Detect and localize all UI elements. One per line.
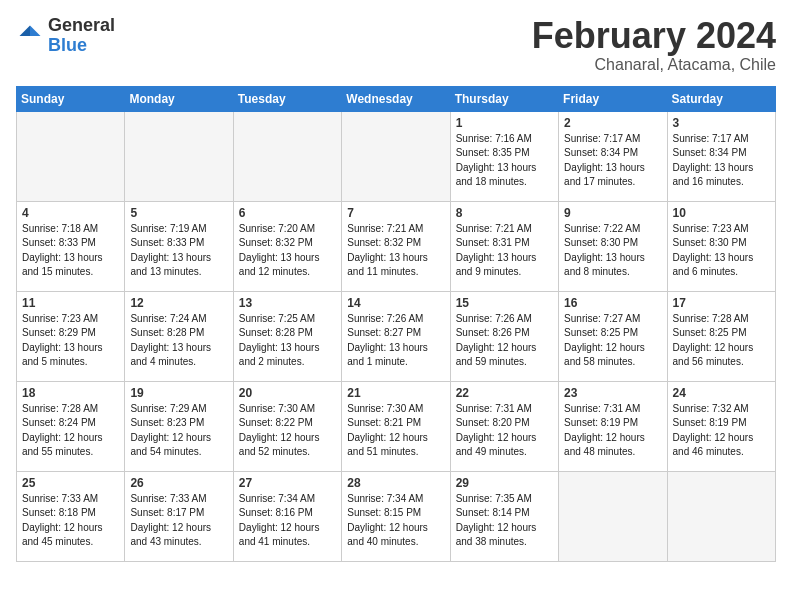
day-number: 12 <box>130 296 227 310</box>
header-wednesday: Wednesday <box>342 86 450 111</box>
day-number: 10 <box>673 206 770 220</box>
day-info: Sunrise: 7:28 AMSunset: 8:24 PMDaylight:… <box>22 402 119 460</box>
day-number: 24 <box>673 386 770 400</box>
calendar-cell: 23Sunrise: 7:31 AMSunset: 8:19 PMDayligh… <box>559 381 667 471</box>
calendar-week-row: 4Sunrise: 7:18 AMSunset: 8:33 PMDaylight… <box>17 201 776 291</box>
day-number: 2 <box>564 116 661 130</box>
calendar-cell <box>342 111 450 201</box>
calendar-cell <box>667 471 775 561</box>
day-info: Sunrise: 7:29 AMSunset: 8:23 PMDaylight:… <box>130 402 227 460</box>
day-number: 17 <box>673 296 770 310</box>
day-number: 22 <box>456 386 553 400</box>
svg-marker-0 <box>30 25 41 36</box>
day-info: Sunrise: 7:19 AMSunset: 8:33 PMDaylight:… <box>130 222 227 280</box>
calendar-cell <box>17 111 125 201</box>
header-saturday: Saturday <box>667 86 775 111</box>
calendar-cell: 1Sunrise: 7:16 AMSunset: 8:35 PMDaylight… <box>450 111 558 201</box>
calendar-header-row: SundayMondayTuesdayWednesdayThursdayFrid… <box>17 86 776 111</box>
calendar-cell: 12Sunrise: 7:24 AMSunset: 8:28 PMDayligh… <box>125 291 233 381</box>
header-monday: Monday <box>125 86 233 111</box>
calendar-cell: 3Sunrise: 7:17 AMSunset: 8:34 PMDaylight… <box>667 111 775 201</box>
calendar-cell: 25Sunrise: 7:33 AMSunset: 8:18 PMDayligh… <box>17 471 125 561</box>
day-info: Sunrise: 7:23 AMSunset: 8:29 PMDaylight:… <box>22 312 119 370</box>
calendar-cell: 4Sunrise: 7:18 AMSunset: 8:33 PMDaylight… <box>17 201 125 291</box>
day-info: Sunrise: 7:30 AMSunset: 8:22 PMDaylight:… <box>239 402 336 460</box>
calendar-cell: 17Sunrise: 7:28 AMSunset: 8:25 PMDayligh… <box>667 291 775 381</box>
day-info: Sunrise: 7:22 AMSunset: 8:30 PMDaylight:… <box>564 222 661 280</box>
day-info: Sunrise: 7:18 AMSunset: 8:33 PMDaylight:… <box>22 222 119 280</box>
calendar-cell: 26Sunrise: 7:33 AMSunset: 8:17 PMDayligh… <box>125 471 233 561</box>
calendar-cell: 15Sunrise: 7:26 AMSunset: 8:26 PMDayligh… <box>450 291 558 381</box>
calendar-cell: 28Sunrise: 7:34 AMSunset: 8:15 PMDayligh… <box>342 471 450 561</box>
day-number: 19 <box>130 386 227 400</box>
day-info: Sunrise: 7:21 AMSunset: 8:32 PMDaylight:… <box>347 222 444 280</box>
calendar-cell: 24Sunrise: 7:32 AMSunset: 8:19 PMDayligh… <box>667 381 775 471</box>
location-title: Chanaral, Atacama, Chile <box>532 56 776 74</box>
calendar-cell <box>559 471 667 561</box>
day-info: Sunrise: 7:30 AMSunset: 8:21 PMDaylight:… <box>347 402 444 460</box>
day-info: Sunrise: 7:17 AMSunset: 8:34 PMDaylight:… <box>673 132 770 190</box>
day-info: Sunrise: 7:33 AMSunset: 8:17 PMDaylight:… <box>130 492 227 550</box>
month-title: February 2024 <box>532 16 776 56</box>
day-number: 8 <box>456 206 553 220</box>
calendar-cell: 8Sunrise: 7:21 AMSunset: 8:31 PMDaylight… <box>450 201 558 291</box>
calendar-cell: 11Sunrise: 7:23 AMSunset: 8:29 PMDayligh… <box>17 291 125 381</box>
header-tuesday: Tuesday <box>233 86 341 111</box>
title-block: February 2024 Chanaral, Atacama, Chile <box>532 16 776 74</box>
day-info: Sunrise: 7:35 AMSunset: 8:14 PMDaylight:… <box>456 492 553 550</box>
calendar-cell <box>233 111 341 201</box>
header-thursday: Thursday <box>450 86 558 111</box>
day-info: Sunrise: 7:25 AMSunset: 8:28 PMDaylight:… <box>239 312 336 370</box>
day-number: 28 <box>347 476 444 490</box>
day-number: 26 <box>130 476 227 490</box>
day-info: Sunrise: 7:24 AMSunset: 8:28 PMDaylight:… <box>130 312 227 370</box>
calendar-cell: 13Sunrise: 7:25 AMSunset: 8:28 PMDayligh… <box>233 291 341 381</box>
day-number: 21 <box>347 386 444 400</box>
day-info: Sunrise: 7:20 AMSunset: 8:32 PMDaylight:… <box>239 222 336 280</box>
day-info: Sunrise: 7:21 AMSunset: 8:31 PMDaylight:… <box>456 222 553 280</box>
calendar-cell: 5Sunrise: 7:19 AMSunset: 8:33 PMDaylight… <box>125 201 233 291</box>
calendar-week-row: 11Sunrise: 7:23 AMSunset: 8:29 PMDayligh… <box>17 291 776 381</box>
day-number: 20 <box>239 386 336 400</box>
calendar-cell: 7Sunrise: 7:21 AMSunset: 8:32 PMDaylight… <box>342 201 450 291</box>
calendar-cell: 16Sunrise: 7:27 AMSunset: 8:25 PMDayligh… <box>559 291 667 381</box>
day-number: 16 <box>564 296 661 310</box>
day-number: 9 <box>564 206 661 220</box>
day-number: 7 <box>347 206 444 220</box>
day-number: 18 <box>22 386 119 400</box>
day-info: Sunrise: 7:34 AMSunset: 8:16 PMDaylight:… <box>239 492 336 550</box>
calendar-week-row: 18Sunrise: 7:28 AMSunset: 8:24 PMDayligh… <box>17 381 776 471</box>
calendar-cell: 29Sunrise: 7:35 AMSunset: 8:14 PMDayligh… <box>450 471 558 561</box>
calendar-cell: 21Sunrise: 7:30 AMSunset: 8:21 PMDayligh… <box>342 381 450 471</box>
calendar-cell: 10Sunrise: 7:23 AMSunset: 8:30 PMDayligh… <box>667 201 775 291</box>
calendar-cell <box>125 111 233 201</box>
day-info: Sunrise: 7:34 AMSunset: 8:15 PMDaylight:… <box>347 492 444 550</box>
calendar-cell: 6Sunrise: 7:20 AMSunset: 8:32 PMDaylight… <box>233 201 341 291</box>
day-number: 15 <box>456 296 553 310</box>
day-number: 1 <box>456 116 553 130</box>
svg-marker-1 <box>20 25 31 36</box>
day-info: Sunrise: 7:17 AMSunset: 8:34 PMDaylight:… <box>564 132 661 190</box>
day-info: Sunrise: 7:31 AMSunset: 8:20 PMDaylight:… <box>456 402 553 460</box>
calendar-cell: 19Sunrise: 7:29 AMSunset: 8:23 PMDayligh… <box>125 381 233 471</box>
day-number: 29 <box>456 476 553 490</box>
day-info: Sunrise: 7:28 AMSunset: 8:25 PMDaylight:… <box>673 312 770 370</box>
day-number: 5 <box>130 206 227 220</box>
calendar-week-row: 1Sunrise: 7:16 AMSunset: 8:35 PMDaylight… <box>17 111 776 201</box>
day-number: 6 <box>239 206 336 220</box>
day-info: Sunrise: 7:16 AMSunset: 8:35 PMDaylight:… <box>456 132 553 190</box>
calendar-cell: 2Sunrise: 7:17 AMSunset: 8:34 PMDaylight… <box>559 111 667 201</box>
day-number: 27 <box>239 476 336 490</box>
page-header: General Blue February 2024 Chanaral, Ata… <box>16 16 776 74</box>
calendar-cell: 9Sunrise: 7:22 AMSunset: 8:30 PMDaylight… <box>559 201 667 291</box>
calendar-cell: 18Sunrise: 7:28 AMSunset: 8:24 PMDayligh… <box>17 381 125 471</box>
logo-text: General Blue <box>48 16 115 56</box>
day-number: 14 <box>347 296 444 310</box>
day-number: 4 <box>22 206 119 220</box>
header-sunday: Sunday <box>17 86 125 111</box>
day-number: 11 <box>22 296 119 310</box>
day-info: Sunrise: 7:23 AMSunset: 8:30 PMDaylight:… <box>673 222 770 280</box>
day-info: Sunrise: 7:32 AMSunset: 8:19 PMDaylight:… <box>673 402 770 460</box>
day-number: 3 <box>673 116 770 130</box>
header-friday: Friday <box>559 86 667 111</box>
